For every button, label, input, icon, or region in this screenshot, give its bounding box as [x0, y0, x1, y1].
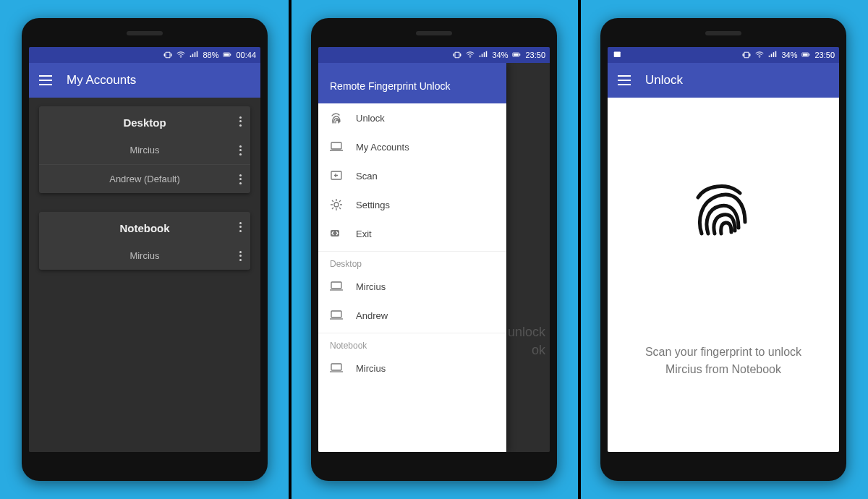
scan-icon [330, 169, 343, 182]
nav-item-label: My Accounts [356, 142, 409, 153]
image-notif-icon [613, 51, 622, 59]
laptop-icon [330, 362, 343, 375]
account-name: Mircius [129, 145, 159, 155]
phone-frame: 88% 00:44 My Accounts Desktop [22, 18, 268, 481]
device-group-title: Desktop [123, 116, 166, 129]
battery-percent: 34% [781, 51, 797, 59]
battery-icon [512, 51, 521, 59]
account-menu-button[interactable] [239, 251, 242, 261]
laptop-icon [330, 140, 343, 153]
drawer-subheader-desktop: Desktop [318, 251, 506, 272]
page-title: Unlock [645, 73, 683, 88]
unlock-content: Scan your fingerprint to unlock Mircius … [608, 98, 839, 452]
accounts-content: Desktop Mircius Andrew (Default) [29, 98, 260, 452]
battery-icon [801, 51, 810, 59]
account-menu-button[interactable] [239, 145, 242, 155]
signal-icon [768, 51, 777, 59]
drawer-title: Remote Fingerprint Unlock [330, 80, 451, 92]
clock: 23:50 [814, 51, 835, 59]
nav-item-label: Scan [356, 171, 378, 182]
nav-item-label: Exit [356, 229, 372, 239]
account-name: Andrew (Default) [109, 174, 180, 184]
nav-item-settings[interactable]: Settings [318, 190, 506, 219]
page-title: My Accounts [67, 73, 136, 88]
fingerprint-icon[interactable] [691, 177, 756, 242]
drawer-header: Remote Fingerprint Unlock [318, 63, 506, 103]
drawer-account-item[interactable]: Mircius [318, 272, 506, 301]
fingerprint-icon [330, 111, 343, 124]
unlock-prompt: Scan your fingerprint to unlock Mircius … [626, 344, 820, 378]
device-group-notebook: Notebook Mircius [39, 212, 250, 270]
group-menu-button[interactable] [239, 116, 242, 127]
phone-frame: 34% 23:50 Unlock Scan your fingerprint t… [600, 18, 846, 481]
account-row[interactable]: Andrew (Default) [39, 164, 250, 193]
nav-item-my-accounts[interactable]: My Accounts [318, 132, 506, 161]
drawer-account-label: Mircius [356, 363, 386, 374]
gear-icon [330, 198, 343, 211]
account-name: Mircius [129, 250, 159, 261]
nav-item-exit[interactable]: Exit [318, 219, 506, 248]
device-group-desktop: Desktop Mircius Andrew (Default) [39, 106, 250, 193]
signal-icon [479, 51, 488, 59]
drawer-account-label: Mircius [356, 281, 386, 292]
battery-icon [223, 51, 231, 59]
group-menu-button[interactable] [239, 222, 242, 232]
vibrate-icon [163, 51, 172, 59]
battery-percent: 88% [203, 51, 218, 59]
wifi-icon [466, 51, 475, 59]
clock: 00:44 [236, 51, 256, 59]
account-menu-button[interactable] [239, 174, 242, 184]
vibrate-icon [453, 51, 461, 59]
screen-my-accounts: 88% 00:44 My Accounts Desktop [29, 47, 260, 452]
drawer-account-item[interactable]: Andrew [318, 301, 506, 330]
nav-item-scan[interactable]: Scan [318, 161, 506, 190]
drawer-account-item[interactable]: Mircius [318, 354, 506, 383]
device-group-title: Notebook [119, 222, 169, 234]
status-bar: 34% 23:50 [608, 47, 839, 63]
drawer-account-label: Andrew [356, 310, 388, 321]
screen-nav-drawer: 34% 23:50 unlock ok Remote Fingerprint U… [318, 47, 550, 452]
status-bar: 88% 00:44 [29, 47, 260, 63]
status-bar: 34% 23:50 [318, 47, 550, 63]
menu-button[interactable] [39, 75, 52, 85]
laptop-icon [330, 280, 343, 293]
account-row[interactable]: Mircius [39, 242, 250, 270]
app-bar: Unlock [608, 63, 839, 98]
clock: 23:50 [525, 51, 545, 59]
vibrate-icon [742, 51, 751, 59]
account-row[interactable]: Mircius [39, 136, 250, 164]
navigation-drawer: Remote Fingerprint Unlock Unlock My Acco… [318, 63, 506, 452]
battery-percent: 34% [492, 51, 508, 59]
nav-item-label: Unlock [356, 113, 385, 124]
phone-frame: 34% 23:50 unlock ok Remote Fingerprint U… [311, 18, 557, 481]
exit-icon [330, 227, 343, 240]
nav-item-label: Settings [356, 200, 390, 210]
background-peek-text: unlock ok [508, 323, 545, 359]
signal-icon [190, 51, 198, 59]
nav-item-unlock[interactable]: Unlock [318, 103, 506, 132]
drawer-subheader-notebook: Notebook [318, 333, 506, 354]
app-bar: My Accounts [29, 63, 260, 98]
menu-button[interactable] [618, 75, 631, 85]
screen-unlock: 34% 23:50 Unlock Scan your fingerprint t… [608, 47, 839, 452]
laptop-icon [330, 309, 343, 322]
wifi-icon [755, 51, 764, 59]
wifi-icon [176, 51, 185, 59]
